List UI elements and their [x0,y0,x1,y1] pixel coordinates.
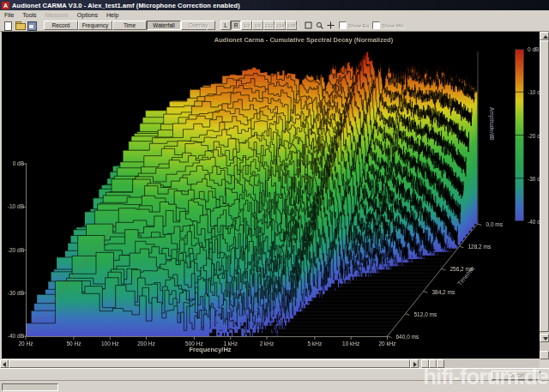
vertical-scroll-thumb[interactable] [540,40,549,332]
time-button[interactable]: Time [112,21,147,30]
progress-row: Cancel [0,368,549,380]
scroll-up-button[interactable] [540,32,549,40]
save-icon[interactable] [27,21,37,30]
scroll-extra-button[interactable] [540,351,549,359]
frequency-button[interactable]: Frequency [78,21,112,30]
smoothing-button-1-12[interactable]: 1/12 [263,21,274,30]
waterfall-chart[interactable]: Audionet Carma - Cumulative Spectral Dec… [2,32,540,359]
record-button[interactable]: Record [44,21,78,30]
waterfall-canvas[interactable] [2,32,540,359]
scroll-right-button[interactable] [410,359,419,368]
smoothing-button-1-3[interactable]: 1/3 [241,21,252,30]
channel-left-button[interactable]: L [220,21,231,30]
overlay-button[interactable]: Overlay [181,21,215,30]
app-window: A Audionet CARMA V3.0 - Alex_test1.amf (… [0,0,549,392]
menu-measure[interactable]: Measure [41,12,73,18]
show-mic-checkbox[interactable]: Show Mic [372,21,404,29]
menu-bar: File Tools Measure Options Help [0,10,549,20]
horizontal-scrollbar[interactable] [0,359,540,368]
title-bar: A Audionet CARMA V3.0 - Alex_test1.amf (… [0,0,549,10]
magnifier-icon[interactable] [315,21,324,30]
app-icon: A [2,2,9,9]
show-eq-checkbox[interactable]: Show Eq [339,21,369,29]
move-icon[interactable] [326,21,335,30]
show-mic-checkbox-box [372,21,380,29]
progress-indicator [2,383,58,391]
menu-tools[interactable]: Tools [18,12,40,18]
status-bar [0,380,549,392]
waterfall-button[interactable]: Waterfall [147,21,181,30]
window-title: Audionet CARMA V3.0 - Alex_test1.amf (Mi… [12,2,240,9]
menu-help[interactable]: Help [102,12,123,18]
show-eq-label: Show Eq [348,23,369,28]
scroll-down-button[interactable] [540,334,549,342]
show-mic-label: Show Mic [382,23,404,28]
toolbar: Record Frequency Time Waterfall Overlay … [0,20,549,32]
open-file-icon[interactable] [15,21,25,30]
scroll-left-button[interactable] [0,359,9,368]
new-file-icon[interactable] [3,21,13,30]
scroll-extra-button-3[interactable] [437,359,444,368]
channel-right-button[interactable]: R [231,21,241,30]
smoothing-button-1-6[interactable]: 1/6 [252,21,263,30]
scroll-extra-button-2[interactable] [429,359,437,368]
horizontal-scroll-thumb[interactable] [9,359,410,368]
smoothing-button-1-24[interactable]: 1/24 [274,21,286,30]
scroll-extra-button-1[interactable] [421,359,429,368]
menu-options[interactable]: Options [73,12,102,18]
smoothing-button-1-48[interactable]: 1/48 [286,21,297,30]
cancel-button[interactable]: Cancel [492,371,540,380]
zoom-window-icon[interactable] [304,21,313,30]
menu-file[interactable]: File [0,12,18,18]
show-eq-checkbox-box [339,21,347,29]
vertical-scrollbar[interactable] [540,32,549,359]
